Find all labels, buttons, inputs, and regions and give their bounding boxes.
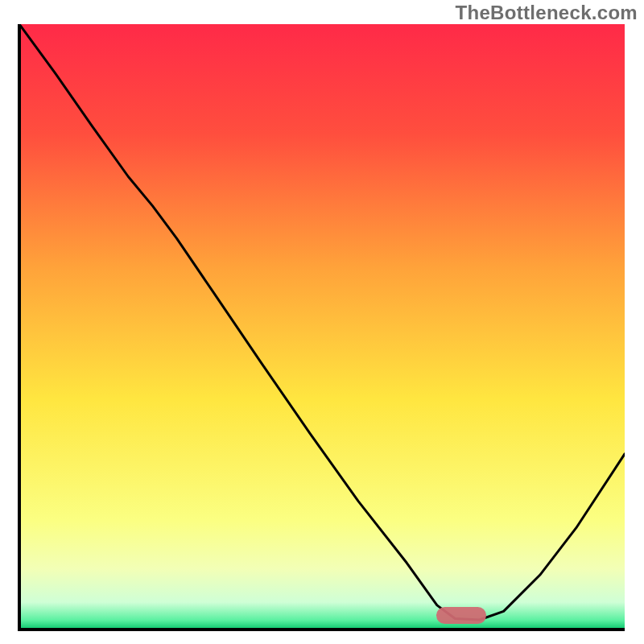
chart-svg [0, 0, 644, 644]
watermark-text: TheBottleneck.com [456, 2, 638, 24]
min-marker [436, 607, 486, 624]
chart-canvas: TheBottleneck.com [0, 0, 644, 644]
gradient-background [19, 24, 625, 630]
